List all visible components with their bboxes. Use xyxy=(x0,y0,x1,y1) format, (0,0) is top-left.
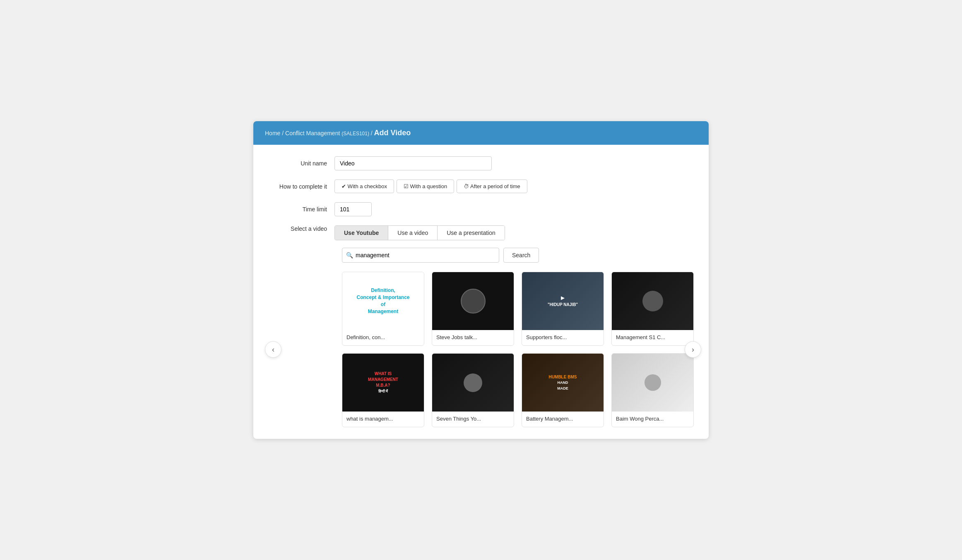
complete-label: How to complete it xyxy=(268,183,334,190)
prev-arrow[interactable]: ‹ xyxy=(265,341,281,358)
breadcrumb-sep2: / xyxy=(371,130,373,136)
complete-checkbox-btn[interactable]: ✔ With a checkbox xyxy=(334,179,394,193)
thumb-text-1: Definition,Concept & ImportanceofManagem… xyxy=(352,283,414,319)
time-limit-label: Time limit xyxy=(268,206,334,213)
video-card-8[interactable]: Baim Wong Perca... xyxy=(611,353,694,427)
page-header: Home / Conflict Management (SALES101) / … xyxy=(253,121,709,145)
complete-question-btn[interactable]: ☑ With a question xyxy=(397,179,454,193)
video-thumb-3: ▶ "HIDUP NAJIB" xyxy=(522,272,604,330)
video-title-1: Definition, con... xyxy=(342,330,424,345)
video-grid-container: ‹ Definition,Concept & ImportanceofManag… xyxy=(272,272,694,427)
video-title-8: Baim Wong Perca... xyxy=(612,412,693,427)
video-card-3[interactable]: ▶ "HIDUP NAJIB" Supporters floc... xyxy=(522,272,604,346)
video-grid: Definition,Concept & ImportanceofManagem… xyxy=(342,272,694,427)
video-thumb-5: WHAT ISMANAGEMENTM.B.A?हिन्दी में xyxy=(342,354,424,412)
search-area: 🔍 Search xyxy=(342,248,694,263)
search-wrapper: 🔍 xyxy=(342,248,499,263)
video-card-2[interactable]: Steve Jobs talk... xyxy=(432,272,514,346)
breadcrumb-course-code: (SALES101) xyxy=(342,131,369,136)
video-title-6: Seven Things Yo... xyxy=(432,412,514,427)
time-limit-row: Time limit xyxy=(268,202,694,216)
unit-name-row: Unit name xyxy=(268,156,694,170)
time-limit-input[interactable] xyxy=(334,202,372,216)
video-card-4[interactable]: Management S1 C... xyxy=(611,272,694,346)
breadcrumb-home[interactable]: Home xyxy=(265,130,280,136)
video-source-tabs: Use Youtube Use a video Use a presentati… xyxy=(334,225,505,240)
page-title: Add Video xyxy=(374,129,411,137)
video-card-5[interactable]: WHAT ISMANAGEMENTM.B.A?हिन्दी में what i… xyxy=(342,353,424,427)
unit-name-label: Unit name xyxy=(268,160,334,167)
select-video-label: Select a video xyxy=(268,225,334,232)
tab-video[interactable]: Use a video xyxy=(388,226,438,240)
video-title-3: Supporters floc... xyxy=(522,330,604,345)
video-thumb-6 xyxy=(432,354,514,412)
video-title-2: Steve Jobs talk... xyxy=(432,330,514,345)
video-thumb-7: HUMBLE BMSHANDMADE xyxy=(522,354,604,412)
search-button[interactable]: Search xyxy=(503,248,539,263)
video-thumb-1: Definition,Concept & ImportanceofManagem… xyxy=(342,272,424,330)
unit-name-input[interactable] xyxy=(334,156,492,170)
video-thumb-8 xyxy=(612,354,693,412)
breadcrumb-sep1: / xyxy=(282,130,284,136)
video-thumb-4 xyxy=(612,272,693,330)
video-thumb-2 xyxy=(432,272,514,330)
video-title-4: Management S1 C... xyxy=(612,330,693,345)
tab-presentation[interactable]: Use a presentation xyxy=(438,226,505,240)
tab-youtube[interactable]: Use Youtube xyxy=(335,226,388,240)
breadcrumb: Home / Conflict Management (SALES101) / … xyxy=(265,130,411,136)
search-icon: 🔍 xyxy=(346,252,353,258)
video-title-7: Battery Managem... xyxy=(522,412,604,427)
completion-buttons: ✔ With a checkbox ☑ With a question ⏱ Af… xyxy=(334,179,527,193)
complete-time-btn[interactable]: ⏱ After a period of time xyxy=(457,179,527,193)
search-input[interactable] xyxy=(342,248,499,263)
video-card-7[interactable]: HUMBLE BMSHANDMADE Battery Managem... xyxy=(522,353,604,427)
video-card-1[interactable]: Definition,Concept & ImportanceofManagem… xyxy=(342,272,424,346)
complete-row: How to complete it ✔ With a checkbox ☑ W… xyxy=(268,179,694,193)
video-card-6[interactable]: Seven Things Yo... xyxy=(432,353,514,427)
main-container: Home / Conflict Management (SALES101) / … xyxy=(253,121,709,439)
video-title-5: what is managem... xyxy=(342,412,424,427)
next-arrow[interactable]: › xyxy=(685,341,701,358)
select-video-row: Select a video Use Youtube Use a video U… xyxy=(268,225,694,240)
form-content: Unit name How to complete it ✔ With a ch… xyxy=(253,145,709,439)
breadcrumb-course[interactable]: Conflict Management xyxy=(285,130,340,136)
